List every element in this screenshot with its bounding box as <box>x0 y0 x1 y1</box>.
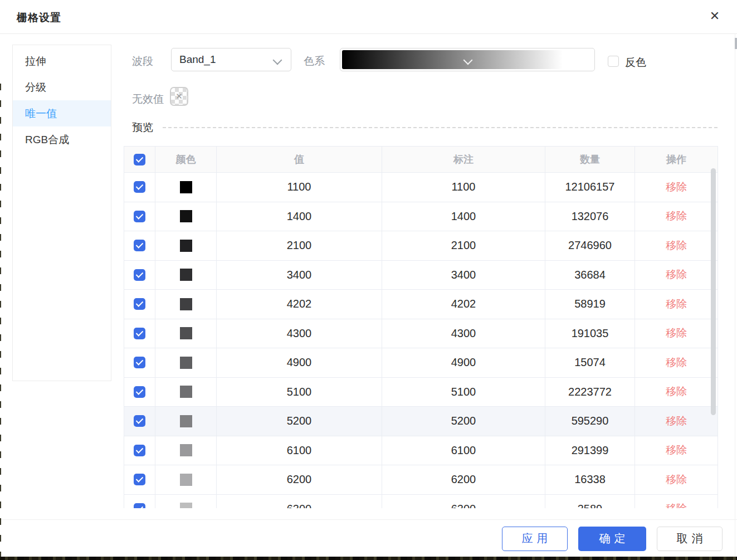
preview-divider <box>163 127 718 128</box>
remove-link[interactable]: 移除 <box>666 326 687 340</box>
label-cell[interactable]: 4900 <box>382 348 545 378</box>
colormap-select[interactable] <box>340 48 595 71</box>
remove-link[interactable]: 移除 <box>666 297 687 311</box>
table-row: 5200 5200 595290 移除 <box>124 407 718 436</box>
remove-link[interactable]: 移除 <box>666 209 687 223</box>
row-checkbox[interactable] <box>134 503 145 508</box>
table-row: 3400 3400 36684 移除 <box>124 261 718 290</box>
row-checkbox[interactable] <box>134 415 145 427</box>
remove-link[interactable]: 移除 <box>666 443 687 457</box>
dialog-titlebar: 栅格设置 ✕ <box>0 0 737 34</box>
row-checkbox[interactable] <box>134 474 145 485</box>
sidebar-item-rgb-composite[interactable]: RGB合成 <box>13 126 111 153</box>
color-swatch[interactable] <box>180 298 192 310</box>
row-checkbox[interactable] <box>134 211 145 222</box>
remove-link[interactable]: 移除 <box>666 473 687 487</box>
row-checkbox[interactable] <box>134 298 145 310</box>
remove-link[interactable]: 移除 <box>666 356 687 370</box>
apply-button[interactable]: 应用 <box>502 527 568 551</box>
value-cell: 4300 <box>217 319 382 349</box>
color-swatch[interactable] <box>180 444 192 456</box>
check-icon <box>136 387 143 395</box>
nodata-label: 无效值 <box>132 92 164 106</box>
invert-checkbox[interactable] <box>608 56 619 67</box>
label-cell[interactable]: 5100 <box>382 378 545 407</box>
count-cell: 15074 <box>545 348 635 378</box>
cancel-button[interactable]: 取消 <box>657 527 723 551</box>
remove-link[interactable]: 移除 <box>666 384 687 399</box>
label-cell[interactable]: 4300 <box>382 319 545 349</box>
count-cell: 132076 <box>545 202 635 232</box>
row-checkbox[interactable] <box>134 357 145 368</box>
color-swatch[interactable] <box>180 210 192 222</box>
sidebar-item-unique-value[interactable]: 唯一值 <box>13 100 111 126</box>
count-cell: 58919 <box>545 290 635 319</box>
table-row: 6100 6100 291399 移除 <box>124 436 718 466</box>
check-icon <box>136 212 143 219</box>
count-cell: 191035 <box>545 319 635 349</box>
row-checkbox[interactable] <box>134 386 145 398</box>
color-swatch[interactable] <box>180 357 192 369</box>
page-title: 栅格设置 <box>17 11 61 25</box>
value-cell: 6200 <box>217 465 382 495</box>
background-map-strip <box>0 557 737 560</box>
row-checkbox[interactable] <box>134 240 145 251</box>
color-swatch[interactable] <box>180 503 192 508</box>
color-swatch[interactable] <box>180 269 192 281</box>
color-swatch[interactable] <box>180 181 192 193</box>
remove-link[interactable]: 移除 <box>666 414 687 428</box>
band-select[interactable]: Band_1 <box>171 48 291 71</box>
value-cell: 5100 <box>217 378 382 407</box>
label-cell[interactable]: 5200 <box>382 407 545 436</box>
sidebar-item-stretch[interactable]: 拉伸 <box>13 48 111 74</box>
col-header-value: 值 <box>217 147 382 173</box>
check-icon <box>136 329 143 336</box>
remove-link[interactable]: 移除 <box>666 238 687 253</box>
window-scrollbar-thumb[interactable] <box>735 38 737 49</box>
sidebar: 拉伸 分级 唯一值 RGB合成 <box>12 45 111 381</box>
remove-link[interactable]: 移除 <box>666 180 687 194</box>
row-checkbox[interactable] <box>134 181 145 193</box>
color-swatch[interactable] <box>180 327 192 339</box>
row-checkbox[interactable] <box>134 445 145 456</box>
value-cell: 3400 <box>217 261 382 290</box>
color-swatch[interactable] <box>180 415 192 427</box>
check-icon <box>136 417 143 424</box>
col-header-action: 操作 <box>635 147 718 173</box>
close-icon[interactable]: ✕ <box>707 8 723 24</box>
label-cell[interactable]: 1400 <box>382 202 545 232</box>
check-icon <box>136 183 143 190</box>
table-row: 1400 1400 132076 移除 <box>124 202 718 232</box>
value-cell: 2100 <box>217 231 382 261</box>
table-row: 5100 5100 2223772 移除 <box>124 378 718 407</box>
row-checkbox[interactable] <box>134 328 145 339</box>
col-header-color: 颜色 <box>155 147 217 173</box>
check-icon <box>136 475 143 483</box>
check-icon <box>136 241 143 249</box>
table-scrollbar[interactable] <box>711 168 716 415</box>
label-cell[interactable]: 6200 <box>382 465 545 495</box>
label-cell[interactable]: 2100 <box>382 231 545 261</box>
remove-link[interactable]: 移除 <box>666 267 687 282</box>
label-cell[interactable]: 3400 <box>382 261 545 290</box>
nodata-transparent-swatch[interactable]: ✕ <box>170 87 188 106</box>
label-cell[interactable]: 6300 <box>382 495 545 509</box>
background-map-edge <box>0 84 1 557</box>
remove-link[interactable]: 移除 <box>666 501 687 508</box>
color-swatch[interactable] <box>180 386 192 398</box>
check-icon <box>136 446 143 453</box>
label-cell[interactable]: 6100 <box>382 436 545 466</box>
row-checkbox[interactable] <box>134 269 145 281</box>
col-header-count: 数量 <box>545 147 635 173</box>
ok-button[interactable]: 确定 <box>578 527 646 551</box>
sidebar-item-classify[interactable]: 分级 <box>13 74 111 100</box>
value-cell: 1100 <box>217 173 382 202</box>
color-swatch[interactable] <box>180 240 192 252</box>
check-icon <box>136 270 143 277</box>
label-cell[interactable]: 4202 <box>382 290 545 319</box>
count-cell: 291399 <box>545 436 635 466</box>
color-swatch[interactable] <box>180 474 192 486</box>
table-row: 4202 4202 58919 移除 <box>124 290 718 319</box>
select-all-checkbox[interactable] <box>134 154 145 165</box>
label-cell[interactable]: 1100 <box>382 173 545 202</box>
